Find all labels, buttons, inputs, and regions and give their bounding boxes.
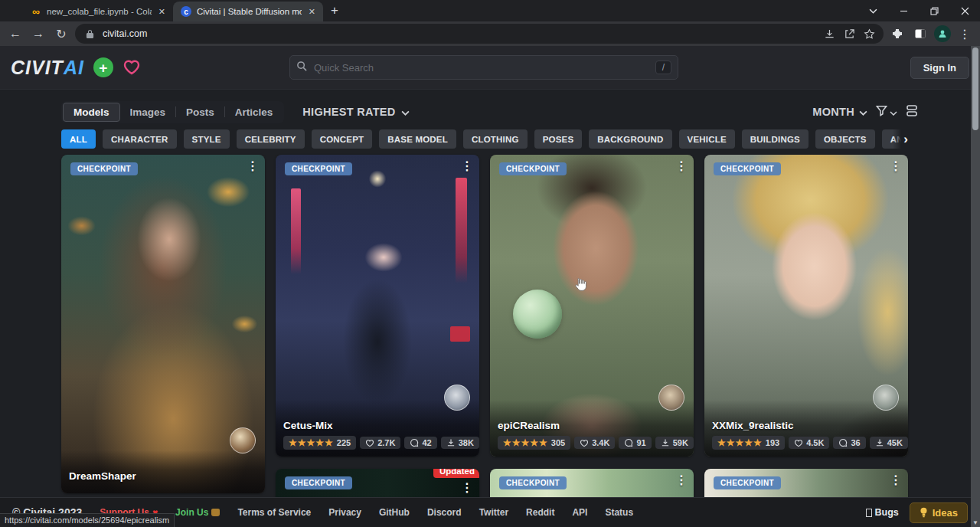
card-title: Cetus-Mix — [283, 420, 472, 431]
download-icon[interactable] — [822, 27, 836, 41]
page-scrollbar[interactable]: ▼ — [971, 46, 980, 527]
close-tab-icon[interactable]: ✕ — [307, 7, 317, 17]
category-chip[interactable]: OBJECTS — [815, 129, 875, 149]
likes-count: 2.7K — [377, 438, 395, 447]
footer-link-privacy[interactable]: Privacy — [328, 507, 361, 518]
checkpoint-badge: CHECKPOINT — [714, 476, 781, 489]
close-window-button[interactable] — [949, 0, 980, 21]
footer-link-reddit[interactable]: Reddit — [526, 507, 554, 518]
restore-button[interactable] — [919, 0, 949, 21]
scrollbar-thumb[interactable] — [972, 47, 978, 130]
tab-title: Civitai | Stable Diffusion models, — [197, 7, 302, 16]
sign-in-button[interactable]: Sign In — [910, 57, 969, 79]
back-icon[interactable]: ← — [6, 25, 24, 43]
browser-tab-civitai[interactable]: c Civitai | Stable Diffusion models, ✕ — [173, 2, 323, 21]
category-chip[interactable]: BASE MODEL — [379, 129, 456, 149]
tab-posts[interactable]: Posts — [176, 103, 224, 121]
checkpoint-badge: CHECKPOINT — [285, 162, 352, 175]
likes-pill: 4.5K — [789, 437, 829, 449]
footer-link-github[interactable]: GitHub — [379, 507, 410, 518]
card-menu-icon[interactable]: ⋮ — [247, 159, 259, 173]
footer-link-join-us[interactable]: Join Us — [175, 507, 220, 518]
footer-link-status[interactable]: Status — [605, 507, 633, 518]
chevron-down-icon — [890, 105, 897, 119]
ideas-button[interactable]: Ideas — [910, 502, 968, 523]
comments-pill: 36 — [833, 437, 865, 449]
layout-toggle-icon[interactable] — [905, 104, 919, 120]
card-stats: ★★★★★ 305 3.4K 91 59K — [498, 436, 686, 450]
browser-menu-icon[interactable]: ⋮ — [956, 25, 974, 43]
model-card-cetus-mix[interactable]: CHECKPOINT ⋮ Cetus-Mix ★★★★★ 225 2.7K — [276, 155, 479, 457]
card-menu-icon[interactable]: ⋮ — [461, 481, 473, 495]
card-menu-icon[interactable]: ⋮ — [461, 159, 473, 173]
model-card-dreamshaper[interactable]: CHECKPOINT ⋮ DreamShaper — [61, 155, 265, 493]
category-chip-all[interactable]: ALL — [61, 129, 96, 149]
search-input[interactable] — [314, 62, 649, 74]
share-icon[interactable] — [842, 27, 856, 41]
quick-search-box[interactable]: / — [289, 55, 678, 80]
creator-avatar[interactable] — [873, 385, 899, 411]
model-card-xxmix9realistic[interactable]: CHECKPOINT ⋮ XXMix_9realistic ★★★★★ 193 … — [704, 155, 908, 457]
lock-icon — [83, 27, 96, 41]
bugs-button[interactable]: Bugs — [866, 507, 899, 518]
civitai-logo[interactable]: CIVITAI — [11, 57, 84, 79]
creator-avatar[interactable] — [230, 427, 256, 453]
link-status-bar: https://civitai.com/models/25694/epicrea… — [0, 513, 175, 527]
updated-badge: Updated — [433, 469, 479, 478]
category-chip[interactable]: BUILDINGS — [742, 129, 808, 149]
category-chip[interactable]: CONCEPT — [312, 129, 373, 149]
filter-controls: MONTH — [812, 104, 919, 120]
bookmark-star-icon[interactable] — [862, 27, 876, 41]
forward-icon[interactable]: → — [29, 25, 47, 43]
category-chip[interactable]: VEHICLE — [679, 129, 735, 149]
filter-dropdown[interactable] — [875, 104, 897, 120]
browser-profile-avatar[interactable] — [934, 25, 951, 42]
tab-images[interactable]: Images — [120, 103, 176, 121]
tab-search-icon[interactable] — [858, 0, 888, 21]
tab-title: new_colab_file.ipynb - Colaborat — [47, 7, 152, 16]
side-panel-icon[interactable] — [911, 25, 929, 43]
money-icon — [211, 509, 220, 516]
card-title: epiCRealism — [498, 420, 686, 431]
comment-icon — [410, 438, 419, 447]
reload-icon[interactable]: ↻ — [52, 25, 70, 43]
category-chip[interactable]: CELEBRITY — [237, 129, 305, 149]
colab-icon: ∞ — [31, 6, 41, 17]
scroll-down-arrow-icon[interactable]: ▼ — [972, 519, 978, 526]
browser-tab-colab[interactable]: ∞ new_colab_file.ipynb - Colaborat ✕ — [23, 2, 173, 21]
category-chip[interactable]: BACKGROUND — [589, 129, 671, 149]
period-dropdown[interactable]: MONTH — [812, 106, 867, 118]
footer-link-discord[interactable]: Discord — [427, 507, 462, 518]
creator-avatar[interactable] — [658, 385, 684, 411]
footer-link-api[interactable]: API — [572, 507, 587, 518]
card-title: DreamShaper — [69, 470, 257, 482]
address-bar[interactable]: civitai.com — [75, 24, 884, 44]
card-menu-icon[interactable]: ⋮ — [675, 473, 688, 487]
support-heart-icon[interactable] — [122, 59, 141, 76]
tab-models[interactable]: Models — [63, 103, 120, 122]
category-chip[interactable]: CHARACTER — [103, 129, 177, 149]
extensions-puzzle-icon[interactable] — [888, 25, 906, 43]
card-menu-icon[interactable]: ⋮ — [675, 159, 688, 173]
content-type-tabs: Models Images Posts Articles — [61, 101, 284, 123]
chevron-right-icon[interactable]: › — [893, 129, 908, 149]
sort-dropdown[interactable]: HIGHEST RATED — [302, 106, 409, 118]
new-tab-button[interactable]: + — [331, 3, 338, 18]
card-menu-icon[interactable]: ⋮ — [890, 473, 902, 487]
comments-pill: 42 — [404, 437, 436, 449]
minimize-button[interactable] — [888, 0, 919, 21]
create-plus-button[interactable]: + — [93, 57, 113, 77]
window-controls — [858, 0, 980, 21]
category-chip[interactable]: POSES — [534, 129, 583, 149]
comments-count: 36 — [851, 438, 860, 447]
footer-link-terms[interactable]: Terms of Service — [237, 507, 311, 518]
category-chip[interactable]: CLOTHING — [463, 129, 528, 149]
close-tab-icon[interactable]: ✕ — [157, 7, 167, 17]
tab-articles[interactable]: Articles — [225, 103, 283, 121]
category-chip[interactable]: STYLE — [184, 129, 230, 149]
model-card-epicrealism[interactable]: CHECKPOINT ⋮ epiCRealism ★★★★★ 305 3.4K — [490, 155, 694, 457]
civitai-favicon-icon: c — [181, 6, 191, 17]
creator-avatar[interactable] — [444, 385, 470, 411]
card-menu-icon[interactable]: ⋮ — [890, 159, 902, 173]
footer-link-twitter[interactable]: Twitter — [479, 507, 508, 518]
